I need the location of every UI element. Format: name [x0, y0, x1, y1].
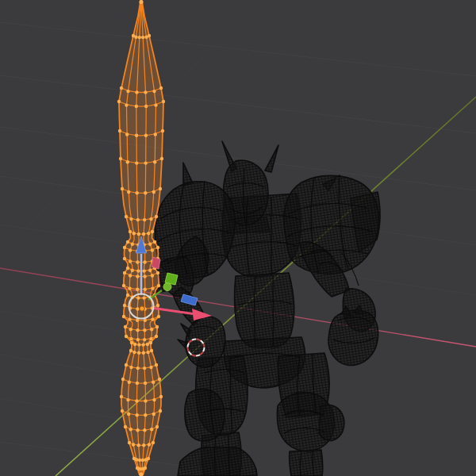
spear-vertex[interactable]	[151, 230, 154, 233]
spear-vertex[interactable]	[143, 367, 146, 370]
spear-vertex[interactable]	[159, 86, 163, 90]
spear-vertex[interactable]	[125, 335, 128, 338]
spear-vertex[interactable]	[136, 191, 139, 194]
spear-vertex[interactable]	[120, 86, 123, 90]
spear-vertex[interactable]	[123, 246, 126, 249]
spear-vertex[interactable]	[126, 240, 129, 244]
spear-vertex[interactable]	[159, 409, 162, 413]
spear-vertex[interactable]	[152, 398, 155, 401]
spear-vertex[interactable]	[146, 351, 149, 354]
spear-vertex[interactable]	[142, 232, 145, 236]
spear-vertex[interactable]	[125, 363, 128, 367]
spear-vertex[interactable]	[128, 286, 131, 290]
spear-vertex[interactable]	[129, 428, 132, 431]
spear-vertex[interactable]	[120, 395, 123, 398]
spear-vertex[interactable]	[132, 232, 136, 235]
spear-vertex[interactable]	[122, 315, 125, 318]
spear-vertex[interactable]	[143, 296, 146, 299]
spear-vertex[interactable]	[136, 288, 139, 291]
spear-vertex[interactable]	[125, 103, 128, 106]
spear-vertex[interactable]	[151, 248, 154, 251]
spear-vertex[interactable]	[151, 317, 154, 321]
spear-vertex[interactable]	[129, 230, 132, 233]
spear-vertex[interactable]	[137, 443, 140, 447]
spear-vertex[interactable]	[128, 381, 131, 384]
spear-vertex[interactable]	[152, 413, 155, 416]
spear-vertex[interactable]	[156, 304, 159, 307]
spear-vertex[interactable]	[143, 218, 146, 221]
spear-vertex[interactable]	[159, 187, 162, 190]
spear-vertex[interactable]	[136, 260, 139, 263]
spear-vertex[interactable]	[136, 367, 140, 370]
spear-vertex[interactable]	[125, 215, 128, 218]
spear-vertex[interactable]	[136, 413, 139, 416]
spear-vertex[interactable]	[143, 338, 146, 341]
spear-vertex[interactable]	[123, 304, 126, 307]
spear-vertex[interactable]	[141, 36, 144, 39]
gizmo-plane-xz-handle[interactable]	[165, 273, 178, 285]
gizmo-plane-yz-handle[interactable]	[152, 257, 160, 269]
spear-vertex[interactable]	[137, 351, 140, 355]
spear-vertex[interactable]	[136, 296, 140, 299]
spear-vertex[interactable]	[149, 337, 152, 340]
spear-vertex[interactable]	[159, 395, 163, 398]
spear-vertex[interactable]	[154, 132, 157, 136]
spear-vertex[interactable]	[136, 338, 140, 341]
spear-vertex[interactable]	[144, 134, 148, 137]
spear-vertex[interactable]	[131, 269, 134, 272]
spear-vertex[interactable]	[121, 187, 124, 190]
spear-vertex[interactable]	[157, 315, 160, 318]
spear-vertex[interactable]	[125, 132, 129, 136]
spear-vertex[interactable]	[124, 425, 127, 428]
spear-vertex[interactable]	[162, 100, 165, 103]
spear-vertex[interactable]	[142, 351, 145, 355]
spear-vertex[interactable]	[129, 248, 132, 251]
spear-vertex[interactable]	[148, 243, 152, 246]
spear-vertex[interactable]	[148, 34, 151, 37]
spear-vertex[interactable]	[128, 441, 131, 444]
spear-vertex[interactable]	[117, 100, 121, 103]
spear-vertex[interactable]	[144, 382, 147, 385]
spear-vertex[interactable]	[129, 366, 132, 369]
spear-vertex[interactable]	[129, 337, 132, 340]
spear-vertex[interactable]	[152, 90, 155, 93]
spear-vertex[interactable]	[141, 459, 144, 462]
spear-vertex[interactable]	[130, 341, 133, 344]
spear-vertex[interactable]	[155, 425, 159, 428]
spear-vertex[interactable]	[126, 267, 129, 270]
spear-vertex[interactable]	[144, 105, 148, 108]
spear-vertex[interactable]	[123, 271, 126, 274]
spear-vertex[interactable]	[148, 443, 151, 446]
spear-vertex[interactable]	[135, 458, 138, 461]
spear-vertex[interactable]	[150, 428, 153, 431]
spear-vertex[interactable]	[132, 351, 136, 354]
spear-vertex[interactable]	[124, 325, 127, 328]
spear-vertex[interactable]	[138, 36, 141, 39]
spear-vertex[interactable]	[153, 240, 156, 244]
spear-vertex[interactable]	[136, 307, 139, 310]
spear-vertex[interactable]	[144, 90, 147, 94]
spear-vertex[interactable]	[155, 215, 158, 218]
spear-vertex[interactable]	[135, 90, 138, 94]
spear-vertex[interactable]	[137, 232, 140, 236]
gizmo-y-arrowhead-icon[interactable]	[163, 283, 171, 291]
spear-vertex[interactable]	[156, 271, 159, 274]
spear-vertex[interactable]	[121, 409, 124, 413]
spear-vertex[interactable]	[149, 217, 152, 221]
robot-wireframe-object[interactable]	[153, 141, 380, 476]
spear-vertex[interactable]	[153, 160, 156, 163]
spear-vertex[interactable]	[126, 90, 129, 93]
spear-vertex[interactable]	[161, 129, 164, 132]
spear-vertex[interactable]	[156, 246, 159, 249]
spear-vertex[interactable]	[143, 328, 146, 332]
spear-vertex[interactable]	[119, 157, 122, 160]
viewport-canvas[interactable]	[0, 0, 476, 476]
spear-vertex[interactable]	[136, 428, 139, 432]
spear-vertex[interactable]	[129, 349, 132, 352]
spear-vertex[interactable]	[149, 341, 152, 344]
spear-vertex[interactable]	[143, 274, 146, 278]
spear-vertex[interactable]	[122, 284, 125, 287]
spear-vertex[interactable]	[147, 232, 150, 235]
spear-vertex[interactable]	[136, 382, 139, 385]
spear-vertex[interactable]	[126, 294, 129, 297]
